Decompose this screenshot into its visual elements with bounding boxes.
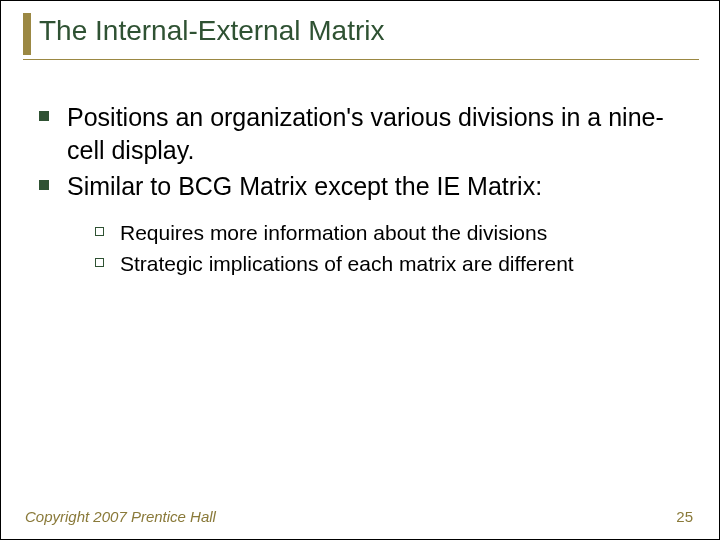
square-bullet-icon <box>39 180 49 190</box>
hollow-square-bullet-icon <box>95 258 104 267</box>
page-number: 25 <box>676 508 693 525</box>
footer-copyright: Copyright 2007 Prentice Hall <box>25 508 216 525</box>
bullet-text: Positions an organization's various divi… <box>67 101 679 166</box>
bullet-text: Similar to BCG Matrix except the IE Matr… <box>67 170 542 203</box>
list-item: Similar to BCG Matrix except the IE Matr… <box>39 170 679 203</box>
list-item: Positions an organization's various divi… <box>39 101 679 166</box>
subbullet-text: Strategic implications of each matrix ar… <box>120 250 574 277</box>
list-item: Strategic implications of each matrix ar… <box>95 250 679 277</box>
sub-list: Requires more information about the divi… <box>95 219 679 278</box>
hollow-square-bullet-icon <box>95 227 104 236</box>
title-underline <box>23 59 699 60</box>
title-accent-bar <box>23 13 31 55</box>
content-area: Positions an organization's various divi… <box>39 101 679 281</box>
list-item: Requires more information about the divi… <box>95 219 679 246</box>
subbullet-text: Requires more information about the divi… <box>120 219 547 246</box>
square-bullet-icon <box>39 111 49 121</box>
slide-title: The Internal-External Matrix <box>39 15 384 47</box>
